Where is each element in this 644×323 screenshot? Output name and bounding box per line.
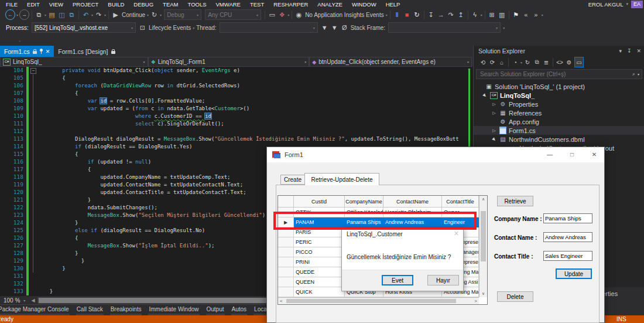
menu-item-analyze[interactable]: ANALYZE [313,1,347,8]
chevron-down-icon[interactable]: ▾ [481,13,482,17]
fold-margin[interactable] [29,128,37,135]
code-text[interactable]: updated.ContactTitle = txtUpdateContactT… [37,189,246,196]
forward-icon[interactable]: ⟳ [488,57,496,67]
fold-margin[interactable] [29,166,37,174]
fold-margin[interactable] [29,97,37,105]
tree-item-linqtosql[interactable]: ▶C#LinqToSql_ [474,91,644,100]
menu-item-team[interactable]: TEAM [158,1,183,8]
fold-margin[interactable] [29,158,37,166]
code-text[interactable]: { [37,234,78,242]
fold-margin[interactable] [29,273,37,280]
filter-flag-icon[interactable]: ▼ [330,23,339,32]
code-text[interactable]: } [37,288,53,295]
next-bookmark-icon[interactable]: » [532,10,540,19]
fold-margin[interactable] [29,120,37,128]
tree-item-references[interactable]: ▷▦References [474,108,644,117]
code-text[interactable]: { [37,74,66,82]
grid-cell[interactable]: PERIC [294,237,345,247]
collapse-all-icon[interactable]: ⧉ [533,57,541,67]
chevron-down-icon[interactable]: ▾ [16,13,18,17]
suppress-icon[interactable]: Ø [340,23,349,32]
grid-row-header[interactable] [278,277,294,287]
grid-cell[interactable]: QUEEN [294,277,345,287]
editor-tab-form1-cs[interactable]: Form1.cs✕ [0,46,54,57]
prev-bookmark-icon[interactable]: « [522,10,530,19]
scroll-right-icon[interactable]: > [474,298,477,304]
fold-margin[interactable] [29,212,37,219]
update-button[interactable]: Update [556,268,592,279]
code-text[interactable]: } [37,265,66,273]
zoom-level[interactable]: 100 % [4,297,20,304]
close-icon[interactable]: ✕ [636,48,641,54]
copy-item-icon[interactable]: ⧉ [35,10,43,19]
tree-arrow-icon[interactable]: ▷ [491,111,497,115]
view-code-icon[interactable]: <> [556,57,564,67]
menu-item-test[interactable]: TEST [245,1,269,8]
chevron-down-icon[interactable]: ▾ [386,13,388,17]
retrieve-button[interactable]: Retrieve [497,196,533,206]
fold-margin[interactable] [29,143,37,151]
insights-label[interactable]: No Application Insights Events [305,12,384,18]
chevron-down-icon[interactable]: ▾ [619,48,622,54]
code-text[interactable]: } [37,257,84,265]
nav-type-dropdown[interactable]: ❖ LinqToSql_.Form1 ▾ [148,57,310,67]
scroll-down-icon[interactable]: ∨ [479,291,487,296]
avatar[interactable]: EA [631,1,643,8]
chevron-down-icon[interactable]: ▾ [160,13,162,17]
code-text[interactable]: MessageBox.Show("Seçilen Müşteri Bilgile… [37,212,269,219]
process-dropdown[interactable]: [552] LinqToSql_.vshost.exe▾ [32,22,136,33]
platform-dropdown[interactable]: Any CPU▾ [205,9,261,20]
menu-item-build[interactable]: BUILD [103,1,129,8]
step-over-icon[interactable]: ↷ [447,10,455,19]
grid-cell[interactable]: PRINI [294,257,345,267]
menu-item-tools[interactable]: TOOLS [183,1,211,8]
grid-header-custid[interactable]: CustId [294,196,345,208]
code-text[interactable]: { [37,90,78,97]
chevron-down-icon[interactable]: ▾ [503,26,505,30]
continue-play-icon[interactable]: ▶ [111,10,120,19]
code-text[interactable]: { [37,166,91,174]
redo-icon[interactable]: ↷ [94,10,103,19]
chevron-down-icon[interactable]: ▾ [542,13,543,17]
search-input[interactable] [479,70,630,78]
chevron-down-icon[interactable]: ▾ [520,60,522,64]
panel-tab-breakpoints[interactable]: Breakpoints [110,305,142,316]
menu-item-view[interactable]: VIEW [44,1,68,8]
fold-margin[interactable] [29,135,37,143]
fold-margin[interactable] [29,74,37,82]
fold-margin[interactable] [29,250,37,257]
show-next-statement-icon[interactable]: ↧ [427,10,436,19]
tree-item-solution-linqtosql-1-project[interactable]: ▣Solution 'LinqToSql_' (1 project) [474,82,644,91]
grid-cell[interactable]: QUICK [294,287,345,297]
scrollbar-thumb[interactable] [286,299,456,303]
code-text[interactable]: foreach (DataGridViewRow row in dtGrid.S… [37,82,240,90]
fold-margin[interactable] [29,82,37,90]
stack-frame-dropdown[interactable]: ▾ [388,22,501,33]
lifecycle-icon[interactable]: ⊡ [138,23,147,32]
grid-row-header[interactable] [278,237,294,247]
code-text[interactable]: } [37,250,78,257]
code-text[interactable]: select c).SingleOrDefault(); [37,120,224,128]
home-icon[interactable]: ⌂ [498,57,506,67]
code-text[interactable]: } [37,219,78,227]
fold-margin[interactable] [29,105,37,113]
chevron-down-icon[interactable]: ▾ [193,26,194,30]
fold-margin[interactable] [29,151,37,158]
thread-dropdown[interactable]: ▾ [220,22,318,33]
editor-split-handle[interactable]: + [468,67,471,72]
fold-margin[interactable] [29,181,37,189]
back-icon[interactable]: ⟲ [479,57,487,67]
code-text[interactable]: updated.CompanyName = txtUpdateComp.Text… [37,174,231,181]
fold-margin[interactable] [29,113,37,120]
menu-item-vmware[interactable]: VMWARE [211,1,245,8]
debug-config-dropdown[interactable]: Debug▾ [164,9,201,20]
undo-icon[interactable]: ↶ [81,10,90,19]
code-text[interactable]: MessageBox.Show("İşlem İptal Edildi.."); [37,242,214,250]
close-icon[interactable]: ✕ [454,230,459,237]
scroll-up-icon[interactable]: ∧ [479,197,487,202]
scrollbar-thumb[interactable] [481,211,486,261]
menu-item-project[interactable]: PROJECT [68,1,103,8]
fold-margin[interactable] [29,196,37,204]
grid-row-header[interactable] [278,287,294,297]
close-button[interactable]: ✕ [585,148,603,161]
